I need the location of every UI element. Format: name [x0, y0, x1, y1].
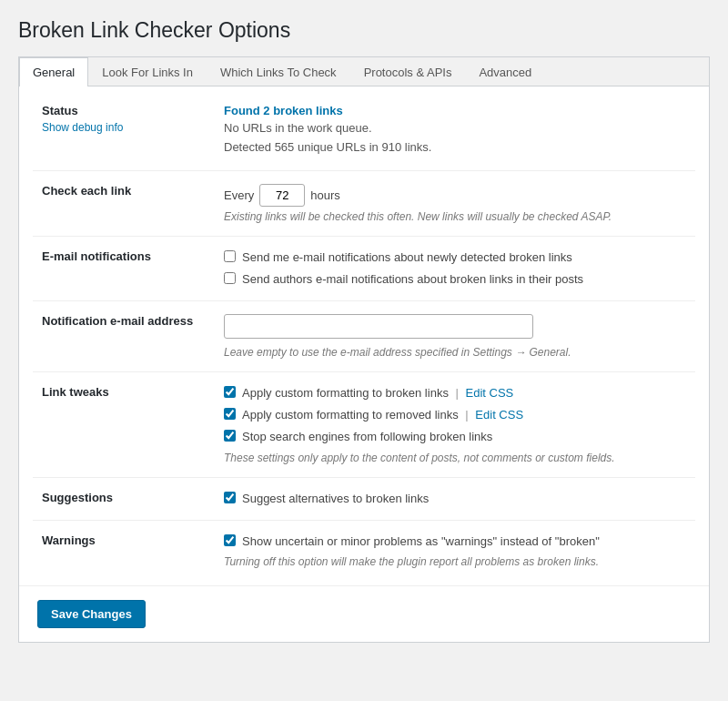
tabs-nav: General Look For Links In Which Links To…: [19, 57, 709, 86]
warnings-checkbox1[interactable]: [224, 534, 236, 546]
tab-protocols-apis[interactable]: Protocols & APIs: [350, 57, 466, 86]
warnings-hint: Turning off this option will make the pl…: [224, 555, 686, 568]
status-row: Status Show debug info Found 2 broken li…: [33, 91, 695, 170]
link-tweaks-label: Link tweaks: [42, 385, 109, 399]
link-tweaks-hint: These settings only apply to the content…: [224, 452, 686, 464]
notification-email-row: Notification e-mail address Leave empty …: [33, 300, 695, 371]
notification-email-input[interactable]: [224, 314, 533, 339]
options-panel: General Look For Links In Which Links To…: [18, 56, 710, 643]
status-label: Status: [42, 104, 78, 117]
page-title: Broken Link Checker Options: [18, 18, 710, 43]
show-debug-info-link[interactable]: Show debug info: [42, 121, 206, 134]
email-notify-checkbox2[interactable]: [224, 272, 236, 284]
check-each-link-label: Check each link: [42, 184, 131, 198]
edit-css-link1[interactable]: Edit CSS: [466, 386, 514, 400]
warnings-row: Warnings Show uncertain or minor problem…: [33, 520, 695, 581]
options-table: Status Show debug info Found 2 broken li…: [33, 91, 695, 581]
tab-which-links[interactable]: Which Links To Check: [207, 57, 350, 86]
email-notify-checkbox1-row: Send me e-mail notifications about newly…: [224, 249, 686, 266]
notification-email-label: Notification e-mail address: [42, 314, 193, 328]
warnings-checkbox1-row: Show uncertain or minor problems as "war…: [224, 533, 686, 550]
link-tweaks-checkbox1-row: Apply custom formatting to broken links …: [224, 385, 686, 401]
email-notify-label2: Send authors e-mail notifications about …: [242, 271, 583, 288]
check-link-input-row: Every hours: [224, 184, 686, 207]
email-notifications-row: E-mail notifications Send me e-mail noti…: [33, 236, 695, 300]
link-tweaks-checkbox3[interactable]: [224, 430, 236, 442]
tab-look-for-links[interactable]: Look For Links In: [88, 57, 207, 86]
email-notifications-label: E-mail notifications: [42, 249, 151, 263]
suggestions-label: Suggestions: [42, 491, 113, 504]
suggestions-checkbox1[interactable]: [224, 492, 236, 503]
warnings-label1: Show uncertain or minor problems as "war…: [242, 533, 600, 550]
save-changes-button[interactable]: Save Changes: [37, 600, 146, 628]
suggestions-label1: Suggest alternatives to broken links: [242, 491, 429, 507]
suggestions-checkbox1-row: Suggest alternatives to broken links: [224, 491, 686, 507]
check-hours-input[interactable]: [259, 184, 305, 207]
broken-links-link[interactable]: Found 2 broken links: [224, 104, 343, 117]
link-tweaks-row: Link tweaks Apply custom formatting to b…: [33, 371, 695, 477]
edit-css-link2[interactable]: Edit CSS: [475, 408, 523, 422]
link-tweaks-checkbox1[interactable]: [224, 386, 236, 398]
check-prefix: Every: [224, 188, 254, 202]
check-suffix: hours: [310, 188, 340, 202]
status-line1: No URLs in the work queue.: [224, 119, 686, 138]
warnings-label: Warnings: [42, 533, 96, 547]
save-area: Save Changes: [19, 585, 709, 642]
link-tweaks-label2: Apply custom formatting to removed links…: [242, 407, 523, 423]
email-notify-label1: Send me e-mail notifications about newly…: [242, 249, 572, 266]
suggestions-row: Suggestions Suggest alternatives to brok…: [33, 477, 695, 520]
notification-email-hint: Leave empty to use the e-mail address sp…: [224, 346, 686, 359]
status-line2: Detected 565 unique URLs in 910 links.: [224, 138, 686, 157]
link-tweaks-label1: Apply custom formatting to broken links …: [242, 385, 513, 401]
status-content: Found 2 broken links No URLs in the work…: [224, 104, 686, 157]
options-table-wrap: Status Show debug info Found 2 broken li…: [19, 86, 709, 585]
link-tweaks-checkbox2-row: Apply custom formatting to removed links…: [224, 407, 686, 423]
link-tweaks-checkbox3-row: Stop search engines from following broke…: [224, 429, 686, 445]
check-each-link-row: Check each link Every hours Existing lin…: [33, 170, 695, 236]
link-tweaks-checkbox2[interactable]: [224, 408, 236, 420]
check-hint: Existing links will be checked this ofte…: [224, 210, 686, 223]
email-notify-checkbox1[interactable]: [224, 250, 236, 262]
link-tweaks-label3: Stop search engines from following broke…: [242, 429, 492, 445]
tab-general[interactable]: General: [19, 57, 88, 86]
email-notify-checkbox2-row: Send authors e-mail notifications about …: [224, 271, 686, 288]
tab-advanced[interactable]: Advanced: [465, 57, 545, 86]
